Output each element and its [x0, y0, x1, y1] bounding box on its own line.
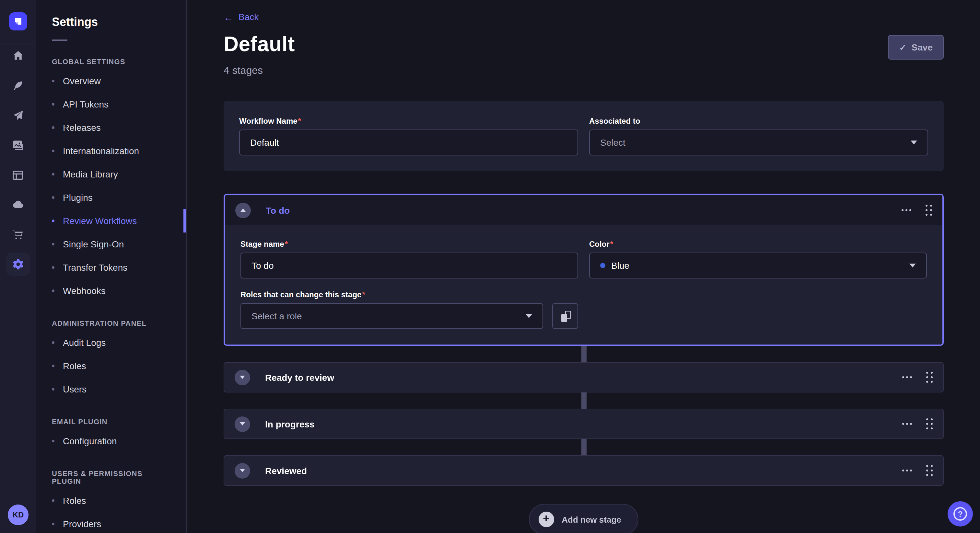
- section-label-users-permissions-plugin: USERS & PERMISSIONS PLUGIN: [52, 470, 170, 485]
- feather-icon[interactable]: [11, 79, 24, 92]
- copy-icon: [561, 311, 571, 322]
- main-content: ← Back Default ✓ Save 4 stages Workflow …: [187, 0, 980, 533]
- cart-icon[interactable]: [11, 228, 24, 241]
- sidebar-item-admin-users[interactable]: Users: [52, 378, 170, 401]
- stage-color-field-group: Color* Blue: [589, 240, 927, 279]
- required-asterisk: *: [298, 117, 301, 125]
- collapse-stage-button[interactable]: [235, 202, 251, 218]
- duplicate-stage-button[interactable]: [552, 303, 578, 329]
- strapi-logo-icon[interactable]: [9, 12, 27, 30]
- bullet-icon: [52, 266, 54, 269]
- sidebar-item-audit-logs[interactable]: Audit Logs: [52, 331, 170, 354]
- bullet-icon: [52, 289, 54, 292]
- stage-name-input[interactable]: [240, 252, 578, 279]
- back-arrow-icon: ←: [224, 12, 233, 22]
- bullet-icon: [52, 440, 54, 443]
- more-options-icon[interactable]: [902, 420, 912, 427]
- drag-handle-icon[interactable]: [926, 372, 933, 383]
- sidebar-item-up-providers[interactable]: Providers: [52, 512, 170, 533]
- workflow-form-card: Workflow Name* Associated to Select: [224, 101, 944, 171]
- roles-placeholder: Select a role: [251, 311, 302, 321]
- color-label: Color: [589, 240, 609, 249]
- help-button[interactable]: ?: [948, 501, 973, 527]
- page-title: Default: [224, 32, 295, 56]
- more-options-icon[interactable]: [902, 206, 911, 214]
- stage-card-ready-to-review[interactable]: Ready to review: [224, 362, 944, 392]
- roles-select[interactable]: Select a role: [240, 303, 543, 329]
- stage-name-field-group: Stage name*: [240, 240, 578, 279]
- sidebar-item-api-tokens[interactable]: API Tokens: [52, 93, 170, 116]
- associated-to-select[interactable]: Select: [589, 130, 928, 155]
- workflow-name-input[interactable]: [239, 130, 578, 155]
- back-link[interactable]: ← Back: [224, 12, 259, 22]
- stage-header-to-do[interactable]: To do: [225, 195, 942, 225]
- drag-handle-icon[interactable]: [926, 205, 932, 216]
- sidebar-item-transfer-tokens[interactable]: Transfer Tokens: [52, 256, 170, 279]
- stage-card-reviewed[interactable]: Reviewed: [224, 455, 944, 486]
- required-asterisk: *: [362, 290, 365, 299]
- check-icon: ✓: [899, 43, 907, 52]
- add-new-stage-button[interactable]: + Add new stage: [528, 504, 639, 533]
- app-window: KD Settings GLOBAL SETTINGS Overview API…: [0, 0, 980, 533]
- back-label: Back: [239, 12, 259, 22]
- main-nav-rail: KD: [0, 0, 36, 533]
- sidebar-item-overview[interactable]: Overview: [52, 69, 170, 93]
- required-asterisk: *: [610, 240, 613, 249]
- stage-roles-field-group: Roles that can change this stage* Select…: [240, 290, 578, 329]
- select-placeholder: Select: [600, 137, 625, 148]
- more-options-icon[interactable]: [902, 467, 912, 474]
- gear-icon-active[interactable]: [6, 252, 30, 276]
- sidebar-item-review-workflows[interactable]: Review Workflows: [52, 209, 170, 233]
- sidebar-item-internationalization[interactable]: Internationalization: [52, 139, 170, 163]
- sidebar-item-single-sign-on[interactable]: Single Sign-On: [52, 233, 170, 256]
- sidebar-item-up-roles[interactable]: Roles: [52, 489, 170, 512]
- bullet-icon: [52, 196, 54, 199]
- stage-connector: [224, 439, 944, 455]
- stage-connector: [224, 346, 944, 362]
- plus-icon: +: [538, 512, 554, 527]
- media-library-icon[interactable]: [11, 139, 24, 152]
- color-select[interactable]: Blue: [589, 252, 927, 279]
- subnav-title: Settings: [52, 16, 170, 29]
- user-avatar[interactable]: KD: [8, 504, 29, 525]
- bullet-icon: [52, 243, 54, 246]
- bullet-icon: [52, 219, 54, 222]
- cloud-icon[interactable]: [11, 198, 24, 211]
- sidebar-item-plugins[interactable]: Plugins: [52, 186, 170, 209]
- roles-label: Roles that can change this stage: [240, 290, 361, 299]
- stage-card-in-progress[interactable]: In progress: [224, 409, 944, 439]
- drag-handle-icon[interactable]: [926, 418, 933, 429]
- required-asterisk: *: [285, 240, 288, 249]
- bullet-icon: [52, 173, 54, 176]
- chevron-down-icon: [909, 263, 916, 268]
- bullet-icon: [52, 523, 54, 525]
- workflow-name-field-group: Workflow Name*: [239, 117, 578, 155]
- expand-stage-button[interactable]: [235, 416, 250, 431]
- expand-stage-button[interactable]: [235, 370, 250, 385]
- sidebar-item-webhooks[interactable]: Webhooks: [52, 279, 170, 303]
- expand-stage-button[interactable]: [235, 463, 250, 478]
- stage-connector: [224, 392, 944, 409]
- save-button[interactable]: ✓ Save: [888, 35, 944, 60]
- sidebar-item-admin-roles[interactable]: Roles: [52, 354, 170, 378]
- stage-title: In progress: [265, 419, 887, 429]
- bullet-icon: [52, 103, 54, 106]
- section-label-global-settings: GLOBAL SETTINGS: [52, 58, 170, 65]
- stage-card-to-do: To do Stage name* Color* Blue: [224, 194, 944, 346]
- color-value: Blue: [611, 260, 629, 271]
- chevron-down-icon: [240, 422, 245, 425]
- section-label-email-plugin: EMAIL PLUGIN: [52, 418, 170, 425]
- sidebar-item-email-configuration[interactable]: Configuration: [52, 429, 170, 453]
- chevron-down-icon: [240, 469, 245, 472]
- layout-icon[interactable]: [11, 168, 24, 181]
- sidebar-item-releases[interactable]: Releases: [52, 116, 170, 139]
- stages-list: To do Stage name* Color* Blue: [224, 194, 944, 533]
- paper-plane-icon[interactable]: [11, 109, 24, 122]
- section-label-administration-panel: ADMINISTRATION PANEL: [52, 319, 170, 327]
- more-options-icon[interactable]: [902, 374, 912, 381]
- home-icon[interactable]: [11, 49, 24, 62]
- question-mark-icon: ?: [953, 507, 967, 521]
- stage-title: Reviewed: [265, 465, 887, 476]
- sidebar-item-media-library[interactable]: Media Library: [52, 163, 170, 186]
- drag-handle-icon[interactable]: [926, 465, 933, 476]
